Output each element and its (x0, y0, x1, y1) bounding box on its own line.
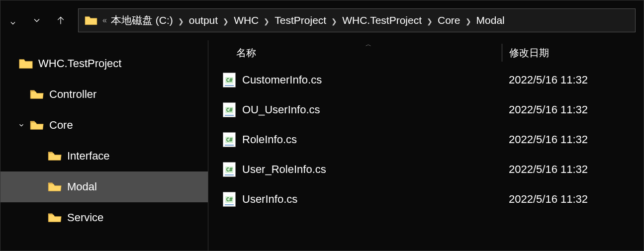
file-row[interactable]: User_RoleInfo.cs2022/5/16 11:32 (208, 155, 644, 184)
nav-forward-dropdown[interactable] (2, 10, 23, 31)
file-date: 2022/5/16 11:32 (502, 103, 644, 116)
column-header-name[interactable]: 名称 (208, 46, 502, 60)
folder-icon (85, 15, 97, 26)
file-icon-wrap (208, 73, 236, 87)
file-icon-wrap (208, 162, 236, 177)
breadcrumb-segment[interactable]: TestProject (275, 14, 326, 26)
breadcrumb-segment[interactable]: Core (438, 14, 460, 26)
chevron-right-icon[interactable]: ❯ (331, 17, 337, 25)
column-header-date[interactable]: 修改日期 (508, 46, 644, 60)
file-name: User_RoleInfo.cs (236, 163, 502, 176)
tree-item-label: Service (67, 211, 103, 224)
folder-icon (29, 119, 44, 131)
tree-item-label: WHC.TestProject (38, 57, 121, 70)
tree-item-label: Modal (67, 180, 97, 193)
column-headers: ︿ 名称 修改日期 (208, 40, 644, 65)
file-date: 2022/5/16 11:32 (502, 133, 644, 146)
chevron-right-icon[interactable]: ❯ (427, 17, 433, 25)
column-divider[interactable] (502, 44, 502, 62)
tree-item[interactable]: Controller (0, 79, 208, 110)
csharp-file-icon (223, 162, 236, 177)
csharp-file-icon (223, 102, 236, 117)
file-row[interactable]: RoleInfo.cs2022/5/16 11:32 (208, 125, 644, 155)
sort-indicator-icon: ︿ (366, 40, 371, 49)
toolbar: « 本地磁盘 (C:)❯output❯WHC❯TestProject❯WHC.T… (0, 0, 644, 40)
chevron-right-icon[interactable]: ❯ (223, 17, 229, 25)
csharp-file-icon (223, 73, 236, 87)
file-row[interactable]: OU_UserInfo.cs2022/5/16 11:32 (208, 95, 644, 125)
csharp-file-icon (223, 192, 236, 207)
breadcrumb-overflow-icon[interactable]: « (102, 16, 107, 25)
file-name: CustomerInfo.cs (236, 74, 502, 86)
tree-item-label: Controller (49, 88, 96, 101)
breadcrumb[interactable]: « 本地磁盘 (C:)❯output❯WHC❯TestProject❯WHC.T… (78, 8, 636, 32)
file-name: OU_UserInfo.cs (236, 103, 502, 116)
chevron-right-icon[interactable]: ❯ (178, 17, 184, 25)
csharp-file-icon (223, 132, 236, 147)
file-date: 2022/5/16 11:32 (502, 74, 644, 86)
file-name: UserInfo.cs (236, 193, 502, 206)
folder-icon (18, 58, 33, 70)
nav-up-button[interactable] (50, 10, 71, 31)
content-pane[interactable]: ︿ 名称 修改日期 CustomerInfo.cs2022/5/16 11:32… (208, 40, 644, 251)
tree-pane[interactable]: WHC.TestProjectControllerCoreInterfaceMo… (0, 40, 208, 251)
tree-item[interactable]: Service (0, 202, 208, 233)
breadcrumb-segment[interactable]: WHC (234, 14, 259, 26)
file-row[interactable]: UserInfo.cs2022/5/16 11:32 (208, 184, 644, 214)
folder-icon (29, 88, 44, 100)
file-row[interactable]: CustomerInfo.cs2022/5/16 11:32 (208, 65, 644, 95)
file-date: 2022/5/16 11:32 (502, 193, 644, 206)
recent-locations-dropdown[interactable] (26, 10, 47, 31)
tree-item[interactable]: WHC.TestProject (0, 48, 208, 79)
breadcrumb-segment[interactable]: WHC.TestProject (342, 14, 422, 26)
folder-icon (47, 181, 62, 193)
chevron-down-icon[interactable] (15, 119, 27, 131)
file-date: 2022/5/16 11:32 (502, 163, 644, 176)
tree-item[interactable]: Interface (0, 141, 208, 171)
file-icon-wrap (208, 192, 236, 207)
main-area: WHC.TestProjectControllerCoreInterfaceMo… (0, 40, 644, 251)
folder-icon (47, 150, 62, 162)
breadcrumb-segment[interactable]: Modal (476, 14, 505, 26)
file-name: RoleInfo.cs (236, 133, 502, 146)
tree-item[interactable]: Modal (0, 171, 208, 202)
file-icon-wrap (208, 102, 236, 117)
folder-icon (47, 212, 62, 224)
tree-item-label: Interface (67, 150, 110, 163)
file-icon-wrap (208, 132, 236, 147)
breadcrumb-segment[interactable]: output (189, 14, 218, 26)
tree-item[interactable]: Core (0, 110, 208, 141)
chevron-right-icon[interactable]: ❯ (264, 17, 270, 25)
chevron-right-icon[interactable]: ❯ (465, 17, 471, 25)
tree-item-label: Core (49, 119, 73, 132)
breadcrumb-segment[interactable]: 本地磁盘 (C:) (111, 14, 173, 26)
